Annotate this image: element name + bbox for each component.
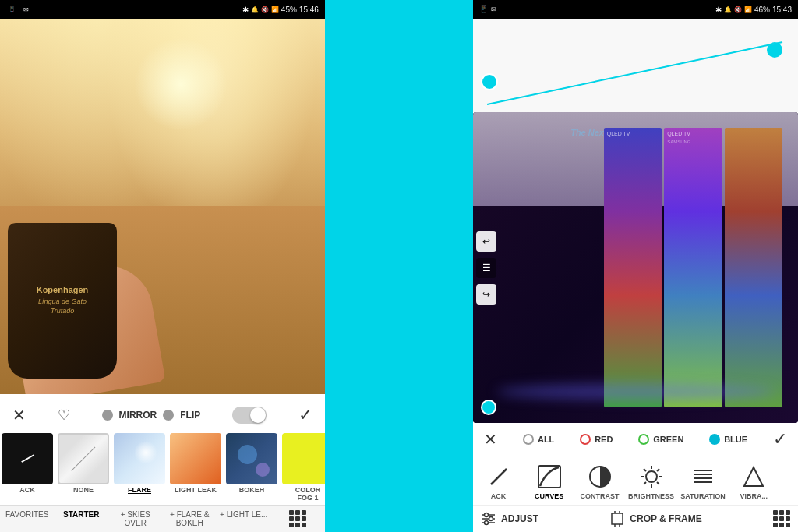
back-tool-label: ACK [491, 492, 507, 500]
red-circle [580, 434, 591, 445]
right-volume-icon: 🔇 [734, 6, 742, 13]
contrast-svg [588, 464, 613, 489]
svg-line-13 [644, 482, 646, 484]
filter-item-back[interactable]: / ACK [0, 433, 55, 502]
tv-photo: The Next Innov... QLED TV QLED TV SAMSUN… [473, 112, 798, 423]
filter-item-none[interactable]: NONE [56, 433, 111, 502]
undo-button[interactable]: ↩ [476, 231, 496, 252]
right-more-grid[interactable] [773, 510, 790, 527]
filter-item-color-fog-1[interactable]: COLOR FOG 1 [281, 433, 325, 502]
color-blue-option[interactable]: BLUE [709, 434, 747, 445]
screen2-samsung: SAMSUNG [664, 139, 722, 144]
brightness-svg [639, 464, 664, 489]
r-grid-d1 [773, 510, 778, 515]
grid-d6 [302, 516, 306, 521]
flare-thumb [114, 433, 165, 484]
crop-icon [609, 511, 625, 527]
tab-light-leak[interactable]: + LIGHT LE... [217, 506, 270, 532]
color-green-option[interactable]: GREEN [638, 434, 683, 445]
svg-line-2 [491, 469, 507, 484]
flare-label: FLARE [128, 486, 151, 494]
right-phone-icon: 📱 [479, 5, 488, 13]
color-red-option[interactable]: RED [580, 434, 613, 445]
r-grid-d3 [786, 510, 790, 515]
color-selection-row: ✕ ALL RED GREEN BLUE ✓ [473, 423, 798, 456]
toggle-switch[interactable] [232, 407, 267, 424]
grid-d4 [289, 516, 294, 521]
tool-curves[interactable]: CURVES [524, 460, 574, 502]
tab-favorites[interactable]: FAVORITES [0, 506, 54, 532]
blue-label: BLUE [724, 435, 747, 444]
green-circle [638, 434, 649, 445]
color-all-option[interactable]: ALL [523, 434, 554, 445]
confirm-button[interactable]: ✓ [298, 405, 312, 425]
lines-button[interactable]: ☰ [476, 258, 496, 278]
filter-item-light-leak[interactable]: LIGHT LEAK [168, 433, 223, 502]
right-status-bar: 📱 ✉ ✱ 🔔 🔇 📶 46% 15:43 [473, 0, 798, 19]
filter-controls-row: ✕ ♡ MIRROR FLIP ✓ [0, 400, 325, 430]
svg-marker-18 [744, 467, 763, 486]
leak-overlay [170, 433, 221, 484]
mirror-flip-controls: MIRROR FLIP [102, 410, 201, 421]
tab-flare-bokeh[interactable]: + FLARE & BOKEH [162, 506, 216, 532]
slash-icon: / [18, 449, 37, 469]
filter-item-bokeh[interactable]: BOKEH [224, 433, 279, 502]
redo-button[interactable]: ↪ [476, 284, 496, 305]
tab-more[interactable] [270, 506, 324, 532]
cup-element: Kopenhagen Língua de GatoTrufado [8, 223, 117, 379]
filter-strip: / ACK NONE FLARE LIGHT LEAK [0, 430, 325, 505]
curves-dot-photo-bottom[interactable] [481, 400, 496, 415]
r-grid-d5 [779, 516, 784, 521]
tool-saturation[interactable]: SATURATION [677, 460, 729, 502]
r-grid-d2 [779, 510, 784, 515]
grid-d5 [295, 516, 300, 521]
tool-contrast[interactable]: CONTRAST [574, 460, 625, 502]
volume-icon: 🔇 [261, 6, 269, 13]
screen1-text: QLED TV [604, 128, 662, 139]
tv-glow-effect [496, 384, 775, 400]
curves-line-svg [473, 19, 798, 112]
back-thumb: / [2, 433, 53, 484]
right-close-button[interactable]: ✕ [484, 430, 497, 449]
tab-skies-over[interactable]: + SKIES OVER [108, 506, 162, 532]
right-confirm-button[interactable]: ✓ [773, 429, 787, 449]
tv-screen-3 [725, 128, 782, 407]
crop-frame-button[interactable]: CROP & FRAME [609, 511, 701, 527]
brightness-tool-label: BRIGHTNESS [628, 492, 674, 500]
screen2-text: QLED TV [664, 128, 722, 139]
tool-back[interactable]: ACK [473, 460, 524, 502]
cafe-photo: Kopenhagen Língua de GatoTrufado [0, 19, 325, 394]
r-grid-d9 [786, 523, 790, 527]
tool-vibrance[interactable]: VIBRA... [729, 460, 779, 502]
light-leak-thumb [170, 433, 221, 484]
tab-starter[interactable]: STARTER [54, 506, 108, 532]
tv-screens-group: QLED TV QLED TV SAMSUNG [604, 128, 782, 407]
contrast-tool-label: CONTRAST [581, 492, 620, 500]
curves-tool-label: CURVES [535, 492, 563, 500]
grid-d7 [289, 523, 294, 527]
svg-line-12 [657, 469, 659, 471]
filter-toolbar: ✕ ♡ MIRROR FLIP ✓ / ACK [0, 394, 325, 532]
close-button[interactable]: ✕ [12, 406, 26, 425]
right-signal-icon: 📶 [744, 6, 752, 13]
curves-white-area [473, 19, 798, 112]
back-slash-svg [488, 466, 510, 488]
right-time: 15:43 [772, 5, 792, 14]
left-side-panel: ↩ ☰ ↪ [476, 231, 496, 305]
filter-item-flare[interactable]: FLARE [112, 433, 167, 502]
grid-d9 [302, 523, 306, 527]
favorite-button[interactable]: ♡ [58, 407, 70, 424]
adjust-button[interactable]: ADJUST [481, 511, 538, 527]
curves-dot-bottom-left[interactable] [481, 73, 498, 90]
right-phone: 📱 ✉ ✱ 🔔 🔇 📶 46% 15:43 Th [473, 0, 798, 532]
right-toolbar: ✕ ALL RED GREEN BLUE ✓ [473, 423, 798, 532]
flip-label: FLIP [180, 410, 200, 421]
tool-brightness[interactable]: BRIGHTNESS [625, 460, 677, 502]
all-circle [523, 434, 534, 445]
red-label: RED [595, 435, 613, 444]
tv-screen-1: QLED TV [604, 128, 662, 407]
right-bottom-actions: ADJUST CROP & FRAME [473, 505, 798, 532]
bokeh-circle2 [256, 463, 270, 477]
left-phone: 📱 ✉ ✱ 🔔 🔇 📶 45% 15:46 Kopenhagen Língua … [0, 0, 325, 532]
svg-line-10 [644, 469, 646, 471]
